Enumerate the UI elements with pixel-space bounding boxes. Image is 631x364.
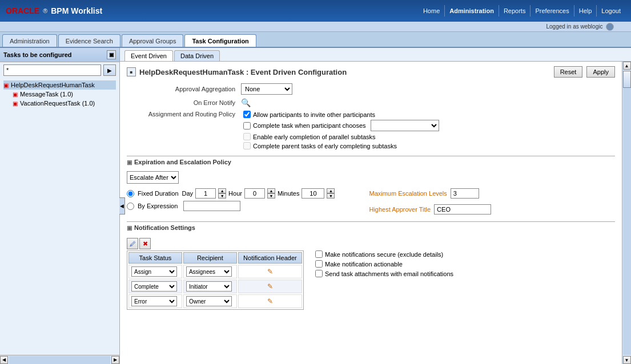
assignment-routing-row: Assignment and Routing Policy Allow part…: [127, 111, 615, 151]
max-escalation-input[interactable]: [451, 188, 479, 199]
tab-event-driven[interactable]: Event Driven: [124, 50, 173, 61]
approval-aggregation-label: Approval Aggregation: [127, 86, 241, 92]
top-nav: Home Administration Reports Preferences …: [419, 5, 625, 17]
nav-logout[interactable]: Logout: [597, 5, 625, 17]
expand-icon[interactable]: ▣: [107, 50, 116, 59]
day-input[interactable]: [195, 188, 216, 199]
edit-icon-3[interactable]: ✎: [241, 297, 299, 305]
on-error-notify-label: On Error Notify: [127, 99, 241, 106]
inner-tab-bar: Event Driven Data Driven: [120, 48, 631, 62]
complete-task-checkbox[interactable]: [243, 122, 251, 130]
recipient-cell-1: Assignees: [183, 265, 237, 278]
send-attachments-checkbox[interactable]: [315, 270, 323, 277]
title-icon: ■: [127, 67, 136, 76]
notification-actionable-row: Make notification actionable: [315, 260, 453, 268]
minutes-down[interactable]: ▼: [327, 193, 335, 199]
fixed-duration-row: Fixed Duration Day ▲ ▼ Hour: [127, 188, 335, 199]
nav-home[interactable]: Home: [419, 5, 445, 17]
secure-notifications-row: Make notifications secure (exclude detai…: [315, 250, 453, 258]
complete-parent-row: Complete parent tasks of early completin…: [241, 142, 439, 149]
edit-icon-1[interactable]: ✎: [241, 268, 299, 276]
task-icon-2: ▣: [13, 91, 18, 98]
minutes-spinner: ▲ ▼: [327, 188, 335, 199]
complete-parent-checkbox[interactable]: [243, 142, 251, 149]
task-search-input[interactable]: [3, 64, 101, 76]
scroll-track: [9, 356, 110, 364]
nav-help[interactable]: Help: [574, 5, 597, 17]
complete-task-select[interactable]: [371, 120, 439, 131]
app-title: BPM Worklist: [51, 6, 102, 15]
send-attachments-label: Send task attachments with email notific…: [325, 270, 453, 277]
recipient-cell-3: Owner: [183, 294, 237, 308]
hour-input[interactable]: [244, 188, 265, 199]
add-notification-button[interactable]: 🖉: [127, 238, 138, 249]
minutes-up[interactable]: ▲: [327, 188, 335, 193]
nav-preferences[interactable]: Preferences: [530, 5, 574, 17]
on-error-notify-icon[interactable]: 🔍: [241, 98, 251, 107]
apply-button[interactable]: Apply: [586, 66, 615, 78]
task-status-select-1[interactable]: Assign: [131, 266, 177, 277]
task-status-cell-2: Complete: [128, 280, 182, 293]
tab-data-driven[interactable]: Data Driven: [174, 50, 220, 61]
escalate-after-select[interactable]: Escalate After: [127, 171, 179, 184]
by-expression-radio[interactable]: [127, 203, 134, 210]
tab-evidence-search[interactable]: Evidence Search: [58, 34, 120, 47]
reset-button[interactable]: Reset: [554, 66, 583, 78]
scroll-up-arrow[interactable]: ▲: [623, 62, 631, 70]
tab-task-configuration[interactable]: Task Configuration: [184, 34, 256, 47]
table-row: Error Owner ✎: [128, 294, 302, 308]
collapse-panel-button[interactable]: ◀: [119, 197, 125, 215]
enable-early-checkbox[interactable]: [243, 133, 251, 140]
col-task-status: Task Status: [128, 252, 182, 264]
fixed-duration-radio[interactable]: [127, 190, 134, 197]
delete-notification-button[interactable]: ✖: [139, 238, 151, 249]
approval-aggregation-select[interactable]: None: [241, 83, 292, 95]
by-expression-input[interactable]: [183, 201, 240, 211]
list-item[interactable]: ▣ VacationRequestTask (1.0): [3, 99, 116, 108]
assignment-routing-options: Allow participants to invite other parti…: [241, 111, 439, 151]
hour-up[interactable]: ▲: [267, 188, 275, 193]
scroll-right-arrow[interactable]: ▶: [111, 356, 119, 364]
secure-notifications-label: Make notifications secure (exclude detai…: [325, 251, 443, 258]
search-button[interactable]: ▶: [103, 64, 116, 76]
highest-approver-input[interactable]: [434, 204, 491, 215]
task-status-select-2[interactable]: Complete: [131, 281, 177, 292]
task-status-cell-3: Error: [128, 294, 182, 308]
edit-icon-2[interactable]: ✎: [241, 282, 299, 290]
list-item[interactable]: ▣ HelpDeskRequestHumanTask: [3, 80, 116, 90]
minutes-input[interactable]: [302, 188, 324, 199]
task-status-select-3[interactable]: Error: [131, 296, 177, 306]
notification-section-title: Notification Settings: [134, 224, 195, 231]
list-item[interactable]: ▣ MessageTask (1.0): [3, 90, 116, 99]
right-panel: Event Driven Data Driven ■ HelpDeskReque…: [120, 48, 631, 364]
hour-down[interactable]: ▼: [267, 193, 275, 199]
enable-early-row: Enable early completion of parallel subt…: [241, 133, 439, 140]
tab-approval-groups[interactable]: Approval Groups: [122, 34, 184, 47]
enable-early-label: Enable early completion of parallel subt…: [253, 134, 376, 140]
scroll-thumb[interactable]: [623, 71, 631, 88]
tab-administration[interactable]: Administration: [2, 34, 57, 47]
nav-reports[interactable]: Reports: [499, 5, 531, 17]
recipient-select-1[interactable]: Assignees: [186, 266, 232, 277]
secure-notifications-checkbox[interactable]: [315, 250, 323, 258]
table-toolbar: 🖉 ✖: [127, 237, 304, 250]
day-down[interactable]: ▼: [218, 193, 226, 199]
recipient-select-2[interactable]: Initiator: [186, 281, 232, 292]
app-header: ORACLE ® BPM Worklist Home Administratio…: [0, 0, 631, 22]
allow-participants-checkbox[interactable]: [243, 111, 251, 118]
table-row: Complete Initiator: [128, 280, 302, 293]
logged-in-text: Logged in as weblogic: [546, 23, 602, 30]
nav-administration[interactable]: Administration: [445, 5, 499, 17]
notification-section: 🖉 ✖ Task Status Recipient Notification H…: [127, 237, 615, 310]
day-up[interactable]: ▲: [218, 188, 226, 193]
highest-approver-row: Highest Approver Title: [369, 204, 491, 215]
scroll-left-arrow[interactable]: ◀: [0, 356, 8, 364]
escalation-left: Fixed Duration Day ▲ ▼ Hour: [127, 188, 335, 213]
scroll-down-arrow[interactable]: ▼: [623, 356, 631, 364]
notification-actionable-checkbox[interactable]: [315, 260, 323, 268]
left-panel: Tasks to be configured ▣ ▶ ▣ HelpDeskReq…: [0, 48, 120, 364]
recipient-select-3[interactable]: Owner: [186, 296, 232, 306]
escalate-after-row: Escalate After: [127, 171, 615, 184]
allow-participants-row: Allow participants to invite other parti…: [241, 111, 439, 118]
task-icon-3: ▣: [13, 100, 18, 107]
